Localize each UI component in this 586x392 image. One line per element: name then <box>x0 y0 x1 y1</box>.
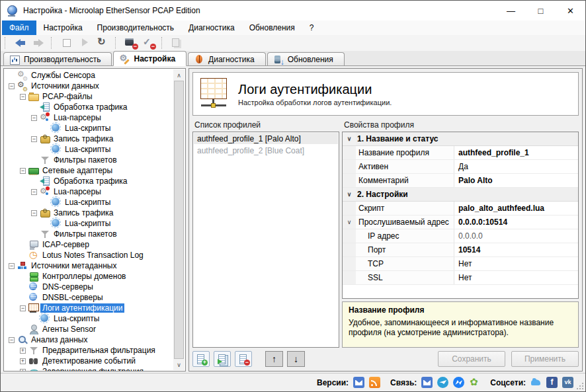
expander-minus-icon[interactable] <box>31 210 37 216</box>
mail-icon[interactable] <box>353 377 364 388</box>
telegram-icon[interactable] <box>437 377 448 388</box>
tree-item[interactable]: DNS-серверы <box>5 282 173 292</box>
tree-item[interactable]: Lua-скрипты <box>5 313 173 324</box>
tree-item[interactable]: Lotus Notes Transaction Log <box>5 250 173 260</box>
menu-item-help[interactable]: ? <box>302 20 321 35</box>
profile-list-item[interactable]: authfeed_profile_1 [Palo Alto] <box>194 133 338 144</box>
tree-item[interactable]: Запись трафика <box>5 208 173 218</box>
tree-item[interactable]: Службы Сенсора <box>5 70 173 81</box>
tab-updates[interactable]: Обновления <box>267 52 345 65</box>
move-down-button[interactable]: ↓ <box>287 351 305 367</box>
expander-plus-icon[interactable] <box>20 369 26 372</box>
property-row[interactable]: ∨Прослушиваемый адрес0.0.0.0:10514 <box>343 216 578 229</box>
clear-capture-button[interactable] <box>123 36 139 50</box>
add-profile-button[interactable] <box>192 351 210 367</box>
save-button[interactable]: Сохранить <box>438 351 505 367</box>
scroll-thumb[interactable] <box>174 81 184 359</box>
expander-minus-icon[interactable] <box>20 168 26 174</box>
tree-item[interactable]: Анализ данных <box>5 334 173 345</box>
delete-profile-button[interactable] <box>235 351 252 367</box>
back-button[interactable] <box>13 36 28 50</box>
twitter-icon[interactable] <box>530 377 542 388</box>
rss-icon[interactable] <box>369 377 380 388</box>
tab-diagnostics[interactable]: Диагностика <box>188 52 266 65</box>
copy-profile-button[interactable] <box>214 351 231 367</box>
property-row[interactable]: Название профиляauthfeed_profile_1 <box>343 146 578 160</box>
resize-grip[interactable] <box>576 382 584 390</box>
expander-minus-icon[interactable] <box>20 94 26 100</box>
property-value[interactable]: authfeed_profile_1 <box>454 148 578 157</box>
tree-item[interactable]: Lua-парсеры <box>5 112 173 123</box>
scroll-down-icon[interactable]: ∨ <box>173 359 185 370</box>
expander-minus-icon[interactable] <box>31 136 37 142</box>
move-up-button[interactable]: ↑ <box>265 351 283 367</box>
facebook-icon[interactable] <box>546 377 558 388</box>
tree-item[interactable]: Фильтры пакетов <box>5 155 173 165</box>
tree-item[interactable]: DNSBL-серверы <box>5 292 173 303</box>
property-value[interactable]: palo_alto_authfeed.lua <box>454 204 578 213</box>
tab-performance[interactable]: Производительность <box>3 52 112 65</box>
expander-plus-icon[interactable] <box>20 358 26 364</box>
menu-item-settings[interactable]: Настройка <box>36 20 90 35</box>
tree-item[interactable]: Фильтры пакетов <box>5 229 173 239</box>
property-group-row[interactable]: ∨1. Название и статус <box>343 132 578 146</box>
maximize-button[interactable]: □ <box>526 1 556 20</box>
expander-minus-icon[interactable] <box>31 189 37 195</box>
tree-item[interactable]: Запись трафика <box>5 134 173 144</box>
scroll-up-icon[interactable]: ∧ <box>173 69 185 81</box>
profile-list-item[interactable]: authfeed_profile_2 [Blue Coat] <box>194 145 338 156</box>
restart-button[interactable] <box>95 36 110 50</box>
property-value[interactable]: 0.0.0.0:10514 <box>454 217 578 227</box>
property-value[interactable]: Да <box>454 162 578 171</box>
tree-scrollbar[interactable]: ∧ ∨ <box>173 69 185 370</box>
tree-item[interactable]: Сетевые адаптеры <box>5 165 173 176</box>
tree-item[interactable]: ICAP-сервер <box>5 239 173 250</box>
expander-plus-icon[interactable] <box>20 348 26 354</box>
property-row[interactable]: SSLНет <box>343 271 578 285</box>
tree-item[interactable]: Источники метаданных <box>5 260 173 271</box>
tree-item[interactable]: Lua-скрипты <box>5 218 173 229</box>
expander-minus-icon[interactable] <box>9 263 15 269</box>
mail-icon[interactable] <box>421 377 433 388</box>
tree-item[interactable]: Логи аутентификации <box>5 303 173 313</box>
expander-minus-icon[interactable] <box>31 115 37 121</box>
close-button[interactable]: ✕ <box>556 1 585 20</box>
property-group-row[interactable]: ∨2. Настройки <box>343 188 578 202</box>
tree-item[interactable]: Детектирование событий <box>5 356 173 366</box>
expander-minus-icon[interactable] <box>9 83 15 89</box>
tree-item[interactable]: Обработка трафика <box>5 102 173 112</box>
property-value[interactable]: Нет <box>454 273 578 282</box>
tree-item[interactable]: Завершающая фильтрация <box>5 366 173 371</box>
menu-item-file[interactable]: Файл <box>2 20 36 35</box>
tab-settings[interactable]: Настройка <box>113 51 187 66</box>
menu-item-performance[interactable]: Производительность <box>90 20 181 35</box>
tree-item[interactable]: PCAP-файлы <box>5 91 173 102</box>
tree-item[interactable]: Lua-скрипты <box>5 197 173 208</box>
property-row[interactable]: TCPНет <box>343 257 578 271</box>
collapse-chevron-icon[interactable]: ∨ <box>343 216 356 229</box>
minimize-button[interactable]: — <box>496 1 526 20</box>
property-value[interactable]: Нет <box>454 259 578 268</box>
menu-item-diagnostics[interactable]: Диагностика <box>181 20 242 35</box>
property-row[interactable]: АктивенДа <box>343 160 578 174</box>
property-value[interactable]: Palo Alto <box>454 176 578 185</box>
tree-item[interactable]: Источники данных <box>5 81 173 91</box>
tree-item[interactable]: Агенты Sensor <box>5 324 173 334</box>
clear-parsers-button[interactable] <box>141 36 157 50</box>
tree-item[interactable]: Предварительная фильтрация <box>5 345 173 356</box>
apply-button[interactable]: Применить <box>511 351 579 367</box>
expander-minus-icon[interactable] <box>20 305 26 311</box>
tree-item[interactable]: Lua-парсеры <box>5 186 173 197</box>
tree-item[interactable]: Обработка трафика <box>5 176 173 186</box>
collapse-chevron-icon[interactable]: ∨ <box>343 132 356 145</box>
property-row[interactable]: Скриптpalo_alto_authfeed.lua <box>343 202 578 216</box>
property-row[interactable]: IP адрес0.0.0.0 <box>343 229 578 243</box>
vk-icon[interactable] <box>562 377 573 388</box>
expander-minus-icon[interactable] <box>9 337 15 343</box>
menu-item-updates[interactable]: Обновления <box>242 20 302 35</box>
messenger-icon[interactable] <box>453 377 464 388</box>
property-row[interactable]: Порт10514 <box>343 243 578 257</box>
tree-item[interactable]: Lua-скрипты <box>5 123 173 134</box>
collapse-chevron-icon[interactable]: ∨ <box>343 188 356 201</box>
property-value[interactable]: 10514 <box>454 245 578 255</box>
